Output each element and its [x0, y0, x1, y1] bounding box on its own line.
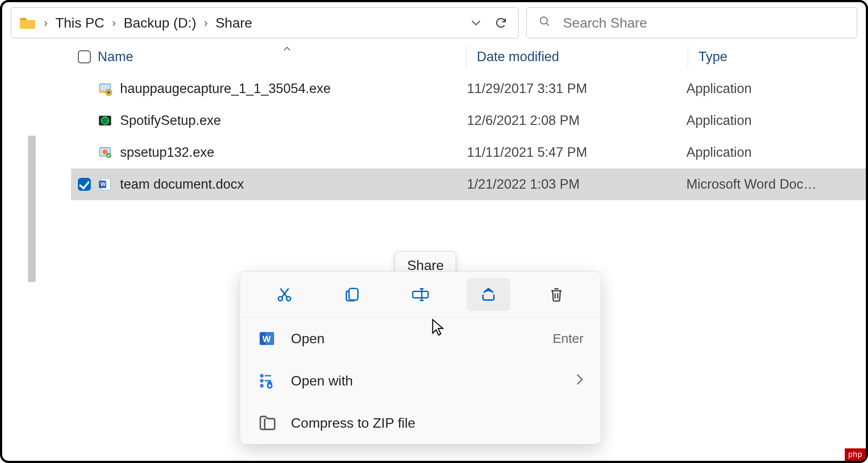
rename-button[interactable] [399, 278, 442, 311]
cut-button[interactable] [263, 278, 306, 311]
open-with-icon [257, 371, 276, 390]
column-header-date[interactable]: Date modified [477, 49, 688, 65]
search-icon [539, 15, 551, 31]
context-menu-open-with[interactable]: Open with [240, 360, 601, 402]
row-type-cell: Application [686, 81, 866, 96]
column-divider[interactable] [466, 46, 466, 68]
context-menu-label: Open with [291, 373, 561, 389]
top-bar: › This PC › Backup (D:) › Share Search S… [2, 2, 866, 41]
column-divider[interactable] [688, 46, 688, 68]
file-type-icon [98, 113, 112, 128]
folder-icon [20, 16, 36, 29]
chevron-right-icon: › [204, 16, 208, 30]
context-menu-accelerator: Enter [553, 331, 584, 346]
svg-line-18 [282, 288, 289, 297]
row-date-cell: 11/29/2017 3:31 PM [466, 81, 686, 96]
file-list-area: Name Date modified Type hauppaugecapture… [2, 41, 866, 200]
svg-rect-20 [349, 288, 358, 300]
context-menu-label: Compress to ZIP file [291, 415, 584, 431]
chevron-right-icon: › [112, 16, 116, 30]
file-table: Name Date modified Type hauppaugecapture… [71, 41, 866, 200]
watermark: php [845, 448, 866, 461]
row-date-cell: 12/6/2021 2:08 PM [466, 113, 686, 128]
breadcrumb-item[interactable]: Backup (D:) [124, 15, 196, 31]
history-dropdown-button[interactable] [467, 14, 485, 31]
header-checkbox-cell[interactable] [71, 50, 98, 63]
row-name-cell[interactable]: Wteam document.docx [98, 177, 466, 192]
row-type-cell: Application [686, 113, 866, 128]
row-type-cell: Microsoft Word Doc… [686, 177, 866, 192]
svg-line-19 [281, 288, 287, 297]
scrollbar-thumb[interactable] [28, 136, 36, 282]
delete-button[interactable] [535, 278, 578, 311]
row-type-cell: Application [686, 145, 866, 160]
context-menu: W Open Enter Open with Compress to ZIP f… [240, 271, 601, 444]
file-type-icon [98, 81, 112, 96]
row-name-cell[interactable]: SpotifySetup.exe [98, 113, 466, 128]
search-box[interactable]: Search Share [526, 7, 857, 38]
sort-ascending-icon [283, 43, 291, 54]
svg-rect-5 [108, 91, 110, 94]
file-name: hauppaugecapture_1_1_35054.exe [120, 81, 331, 96]
file-type-icon [98, 145, 112, 160]
svg-point-30 [261, 375, 263, 377]
svg-text:W: W [263, 334, 271, 344]
chevron-right-icon: › [44, 16, 48, 30]
file-name: spsetup132.exe [120, 145, 214, 160]
table-row[interactable]: SpotifySetup.exe12/6/2021 2:08 PMApplica… [71, 105, 866, 137]
svg-line-1 [547, 23, 549, 25]
context-menu-label: Open [291, 331, 538, 347]
row-checkbox-cell[interactable] [71, 178, 98, 191]
svg-rect-21 [413, 291, 428, 298]
file-type-icon: W [98, 177, 112, 192]
zip-icon [257, 413, 276, 432]
svg-point-9 [102, 149, 107, 154]
row-checkbox[interactable] [78, 178, 91, 191]
svg-point-0 [541, 17, 547, 24]
column-header-type[interactable]: Type [698, 49, 866, 65]
row-date-cell: 1/21/2022 1:03 PM [466, 177, 686, 192]
address-bar[interactable]: › This PC › Backup (D:) › Share [11, 7, 519, 38]
context-menu-compress-zip[interactable]: Compress to ZIP file [240, 402, 601, 444]
svg-text:W: W [100, 181, 106, 187]
row-name-cell[interactable]: hauppaugecapture_1_1_35054.exe [98, 81, 466, 96]
context-menu-open[interactable]: W Open Enter [240, 317, 601, 360]
column-name-label: Name [98, 49, 133, 65]
share-button[interactable] [467, 278, 510, 311]
chevron-right-icon [576, 373, 584, 388]
table-row[interactable]: Wteam document.docx1/21/2022 1:03 PMMicr… [71, 168, 866, 200]
search-placeholder: Search Share [563, 15, 647, 31]
file-name: team document.docx [120, 177, 244, 192]
table-row[interactable]: spsetup132.exe11/11/2021 5:47 PMApplicat… [71, 137, 866, 168]
svg-point-32 [261, 385, 263, 387]
column-header-name[interactable]: Name [98, 49, 466, 65]
table-header: Name Date modified Type [71, 41, 866, 73]
select-all-checkbox[interactable] [78, 50, 91, 63]
context-menu-icon-row [240, 272, 601, 317]
refresh-button[interactable] [492, 14, 510, 31]
file-name: SpotifySetup.exe [120, 113, 221, 128]
copy-button[interactable] [331, 278, 374, 311]
breadcrumb-item[interactable]: This PC [56, 15, 105, 31]
breadcrumb-item[interactable]: Share [216, 15, 252, 31]
table-row[interactable]: hauppaugecapture_1_1_35054.exe11/29/2017… [71, 73, 866, 105]
row-name-cell[interactable]: spsetup132.exe [98, 145, 466, 160]
word-icon: W [257, 329, 276, 348]
svg-point-31 [261, 379, 263, 382]
row-date-cell: 11/11/2021 5:47 PM [466, 145, 686, 160]
